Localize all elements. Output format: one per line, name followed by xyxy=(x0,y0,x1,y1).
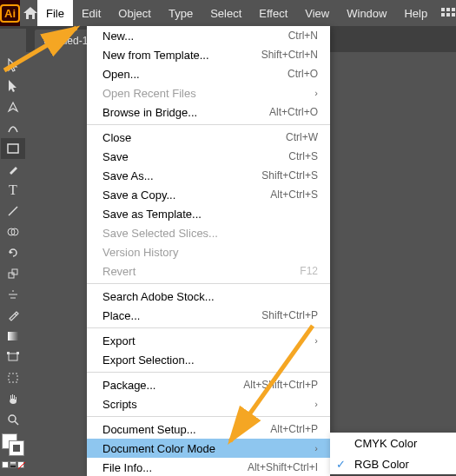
curvature-tool[interactable] xyxy=(1,117,25,138)
zoom-tool[interactable] xyxy=(1,409,25,430)
menu-item-save[interactable]: SaveCtrl+S xyxy=(87,147,330,166)
menu-item-shortcut: Alt+Shift+Ctrl+P xyxy=(243,379,318,391)
submenu-label: RGB Color xyxy=(354,458,444,471)
menu-item-new[interactable]: New...Ctrl+N xyxy=(87,26,330,45)
home-icon xyxy=(23,7,37,19)
menu-item-save-a-copy[interactable]: Save a Copy...Alt+Ctrl+S xyxy=(87,185,330,204)
menu-item-label: Document Setup... xyxy=(102,423,270,436)
line-tool[interactable] xyxy=(1,201,25,221)
menu-separator xyxy=(87,372,330,373)
chevron-right-icon: › xyxy=(314,399,318,409)
menubar-window[interactable]: Window xyxy=(338,0,395,26)
menu-item-label: Package... xyxy=(102,379,243,392)
paintbrush-tool[interactable] xyxy=(1,159,25,180)
svg-rect-3 xyxy=(441,13,445,17)
menu-item-document-setup[interactable]: Document Setup...Alt+Ctrl+P xyxy=(87,420,330,439)
menu-item-new-from-template[interactable]: New from Template...Shift+Ctrl+N xyxy=(87,45,330,64)
file-menu-dropdown: New...Ctrl+NNew from Template...Shift+Ct… xyxy=(87,26,330,476)
menu-item-label: Revert xyxy=(102,265,300,278)
fill-stroke-swatches[interactable] xyxy=(2,433,24,456)
svg-rect-12 xyxy=(8,332,18,340)
artboard-tool[interactable] xyxy=(1,367,25,388)
menu-item-save-as[interactable]: Save As...Shift+Ctrl+S xyxy=(87,166,330,185)
menu-item-search-adobe-stock[interactable]: Search Adobe Stock... xyxy=(87,287,330,306)
color-mode-cmyk-color[interactable]: CMYK Color xyxy=(330,433,456,453)
menubar-view[interactable]: View xyxy=(296,0,338,26)
menu-item-close[interactable]: CloseCtrl+W xyxy=(87,128,330,147)
menubar-type[interactable]: Type xyxy=(160,0,202,26)
menubar-help[interactable]: Help xyxy=(395,0,436,26)
svg-rect-4 xyxy=(446,13,450,17)
menu-item-label: Search Adobe Stock... xyxy=(102,290,318,303)
menu-item-open-recent-files: Open Recent Files› xyxy=(87,83,330,102)
svg-rect-13 xyxy=(9,354,17,360)
menu-item-export-selection[interactable]: Export Selection... xyxy=(87,350,330,369)
menu-item-package[interactable]: Package...Alt+Shift+Ctrl+P xyxy=(87,375,330,394)
menu-item-open[interactable]: Open...Ctrl+O xyxy=(87,64,330,83)
chevron-right-icon: › xyxy=(314,443,318,453)
menubar-file[interactable]: File xyxy=(37,0,73,26)
menu-item-label: Save as Template... xyxy=(102,208,318,221)
svg-point-17 xyxy=(9,415,16,422)
menubar-edit[interactable]: Edit xyxy=(73,0,109,26)
svg-line-18 xyxy=(15,421,18,425)
menu-item-shortcut: Alt+Shift+Ctrl+I xyxy=(248,461,318,473)
home-button[interactable] xyxy=(23,7,37,19)
eyedropper-tool[interactable] xyxy=(1,305,25,326)
rectangle-tool[interactable] xyxy=(1,138,25,159)
menu-item-label: Close xyxy=(102,131,286,144)
svg-rect-6 xyxy=(8,144,18,153)
svg-rect-16 xyxy=(9,374,17,382)
free-transform-tool[interactable] xyxy=(1,347,25,367)
menu-item-label: Browse in Bridge... xyxy=(102,106,269,119)
menu-item-browse-in-bridge[interactable]: Browse in Bridge...Alt+Ctrl+O xyxy=(87,102,330,122)
menu-separator xyxy=(87,416,330,417)
svg-rect-0 xyxy=(441,8,445,11)
svg-rect-15 xyxy=(17,352,19,354)
menu-item-shortcut: Shift+Ctrl+S xyxy=(261,169,318,182)
menu-item-label: Save As... xyxy=(102,169,261,182)
menu-item-version-history: Version History xyxy=(87,242,330,261)
menubar-effect[interactable]: Effect xyxy=(250,0,296,26)
menu-separator xyxy=(87,283,330,284)
menu-item-shortcut: F12 xyxy=(300,265,318,277)
menu-item-shortcut: Ctrl+O xyxy=(287,68,318,80)
menu-item-label: New from Template... xyxy=(102,49,261,62)
rotate-tool[interactable] xyxy=(1,242,25,263)
menu-item-place[interactable]: Place...Shift+Ctrl+P xyxy=(87,306,330,325)
color-mode-rgb-color[interactable]: ✓RGB Color xyxy=(330,453,456,474)
hand-tool[interactable] xyxy=(1,388,25,409)
menu-item-save-as-template[interactable]: Save as Template... xyxy=(87,204,330,223)
selection-tool[interactable] xyxy=(1,55,25,76)
menu-item-label: Export xyxy=(102,334,306,347)
menu-item-export[interactable]: Export› xyxy=(87,331,330,350)
scale-tool[interactable] xyxy=(1,263,25,284)
menubar-select[interactable]: Select xyxy=(202,0,250,26)
menu-item-shortcut: Ctrl+N xyxy=(288,30,318,42)
menu-item-shortcut: Shift+Ctrl+N xyxy=(261,49,318,61)
menu-item-scripts[interactable]: Scripts› xyxy=(87,394,330,413)
menu-separator xyxy=(87,327,330,328)
type-tool[interactable]: T xyxy=(1,180,25,201)
menu-item-label: Save a Copy... xyxy=(102,188,270,202)
width-tool[interactable] xyxy=(1,284,25,305)
svg-line-19 xyxy=(18,462,25,469)
check-icon: ✓ xyxy=(336,458,346,471)
document-color-mode-submenu: CMYK Color✓RGB Color xyxy=(330,433,456,474)
direct-selection-tool[interactable] xyxy=(1,76,25,96)
stroke-swatch[interactable] xyxy=(9,440,24,456)
menu-item-file-info[interactable]: File Info...Alt+Shift+Ctrl+I xyxy=(87,458,330,476)
menu-item-document-color-mode[interactable]: Document Color Mode› xyxy=(87,439,330,458)
svg-rect-14 xyxy=(7,352,10,354)
menu-item-label: Open Recent Files xyxy=(102,87,306,100)
workspace-switcher[interactable]: ▼ xyxy=(441,8,456,18)
color-mode-row[interactable] xyxy=(2,461,24,468)
menubar-object[interactable]: Object xyxy=(109,0,160,26)
shape-builder-tool[interactable] xyxy=(1,221,25,242)
menu-item-shortcut: Shift+Ctrl+P xyxy=(261,309,318,321)
app-logo: Ai xyxy=(0,0,20,26)
menu-item-label: New... xyxy=(102,30,288,43)
pen-tool[interactable] xyxy=(1,96,25,117)
menu-item-shortcut: Alt+Ctrl+S xyxy=(270,188,318,201)
gradient-tool[interactable] xyxy=(1,326,25,347)
